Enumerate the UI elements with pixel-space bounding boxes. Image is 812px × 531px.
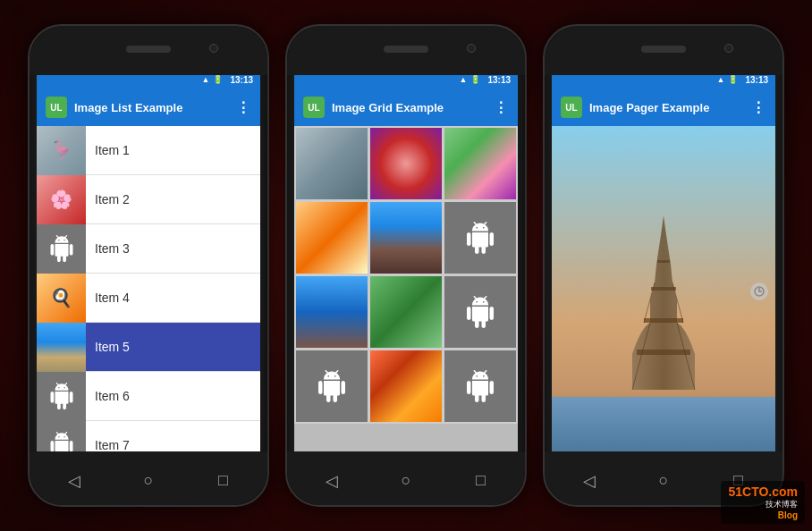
nav-home-btn[interactable]: ○ — [135, 468, 162, 494]
phone-list: ▲ 🔋 13:13 UL Image List Example ⋮ Item 1 — [28, 24, 269, 507]
nav-bar: ◁ ○ □ — [37, 456, 260, 505]
list-item[interactable]: Item 7 — [37, 421, 260, 456]
watermark-blog: Blog — [728, 510, 798, 520]
list-item[interactable]: 🍳 Item 4 — [37, 274, 260, 323]
grid-cell-frog[interactable] — [370, 276, 442, 348]
grid-cell-flowers[interactable] — [444, 128, 516, 199]
watermark: 51CTO.com 技术博客 Blog — [721, 481, 805, 524]
more-menu-icon[interactable]: ⋮ — [751, 99, 766, 116]
list-item[interactable]: Item 2 — [37, 175, 260, 224]
grid-cell-rose[interactable] — [370, 128, 442, 199]
thumbnail-2 — [37, 175, 86, 224]
phone-pager: ▲ 🔋 13:13 UL Image Pager Example ⋮ — [543, 24, 784, 507]
thumbnail-3 — [37, 224, 86, 274]
thumbnail-5 — [37, 323, 86, 372]
list-item[interactable]: Item 1 — [37, 126, 260, 175]
svg-rect-2 — [651, 287, 676, 291]
phone-list-screen: ▲ 🔋 13:13 UL Image List Example ⋮ Item 1 — [37, 71, 260, 456]
toolbar-title: Image List Example — [74, 101, 229, 114]
signal-icon: ▲ — [717, 75, 725, 84]
phone-grid-screen: ▲ 🔋 13:13 UL Image Grid Example ⋮ — [294, 71, 518, 456]
thumb-android — [37, 224, 86, 274]
grid-cell-toys[interactable] — [370, 350, 442, 422]
status-bar: ▲ 🔋 13:13 — [37, 71, 260, 88]
item-label: Item 7 — [95, 438, 130, 452]
svg-rect-3 — [657, 260, 670, 263]
thumb-flamingo — [37, 126, 86, 175]
app-icon: UL — [303, 97, 325, 118]
nav-back-btn[interactable]: ◁ — [318, 468, 345, 494]
grid-cell-android[interactable] — [444, 350, 516, 422]
nav-home-btn[interactable]: ○ — [650, 468, 677, 494]
nav-back-btn[interactable]: ◁ — [61, 468, 88, 494]
phone-camera — [724, 44, 733, 53]
app-icon: UL — [561, 97, 582, 118]
item-label: Item 1 — [95, 143, 130, 157]
toolbar-pager: UL Image Pager Example ⋮ — [552, 88, 775, 126]
toolbar-list: UL Image List Example ⋮ — [37, 88, 260, 126]
grid-cell-coast[interactable] — [296, 276, 368, 348]
grid-cell-android[interactable] — [444, 276, 516, 348]
battery-icon: 🔋 — [728, 75, 738, 84]
grid-cell-egg[interactable] — [296, 202, 368, 274]
watermark-tag: 技术博客 — [728, 499, 798, 510]
more-menu-icon[interactable]: ⋮ — [494, 99, 509, 116]
nav-bar: ◁ ○ □ — [294, 456, 518, 505]
grid-cell-android[interactable] — [296, 350, 368, 422]
thumb-rose — [37, 175, 86, 224]
pager-indicator — [750, 282, 768, 300]
toolbar-title: Image Pager Example — [589, 101, 744, 114]
nav-home-btn[interactable]: ○ — [393, 468, 419, 494]
nav-recent-btn[interactable]: □ — [209, 468, 236, 494]
signal-icon: ▲ — [202, 75, 210, 84]
grid-content — [294, 126, 518, 424]
list-content: Item 1 Item 2 — [37, 126, 260, 456]
phone-speaker — [384, 46, 428, 53]
pager-content[interactable] — [552, 126, 775, 456]
thumbnail-4: 🍳 — [37, 274, 86, 323]
grid-cell-android[interactable] — [444, 202, 516, 274]
item-label: Item 2 — [95, 192, 130, 206]
phone-grid: ▲ 🔋 13:13 UL Image Grid Example ⋮ — [285, 24, 527, 507]
battery-icon: 🔋 — [470, 75, 480, 84]
list-item-selected[interactable]: Item 5 — [37, 323, 260, 372]
app-icon: UL — [46, 97, 67, 118]
nav-recent-btn[interactable]: □ — [467, 468, 494, 494]
nav-back-btn[interactable]: ◁ — [576, 468, 603, 494]
status-bar: ▲ 🔋 13:13 — [552, 71, 775, 88]
svg-rect-0 — [637, 350, 690, 355]
thumb-food: 🍳 — [37, 274, 86, 323]
thumbnail-7 — [37, 421, 86, 457]
phones-container: ▲ 🔋 13:13 UL Image List Example ⋮ Item 1 — [19, 15, 793, 516]
more-menu-icon[interactable]: ⋮ — [236, 99, 251, 116]
item-label: Item 6 — [95, 389, 130, 403]
grid-cell-flamingo[interactable] — [296, 128, 368, 199]
river-section — [552, 397, 775, 456]
item-label: Item 5 — [95, 340, 130, 354]
time-display: 13:13 — [745, 75, 768, 85]
phone-camera — [209, 44, 218, 53]
svg-rect-1 — [644, 318, 683, 323]
list-item[interactable]: Item 3 — [37, 224, 260, 274]
time-display: 13:13 — [230, 75, 253, 85]
phone-speaker — [126, 46, 171, 53]
time-display: 13:13 — [487, 75, 511, 85]
item-label: Item 3 — [95, 241, 130, 256]
watermark-site: 51CTO.com — [728, 485, 798, 499]
toolbar-grid: UL Image Grid Example ⋮ — [294, 88, 518, 126]
thumb-android — [37, 421, 86, 457]
thumb-beach — [37, 323, 86, 372]
item-label: Item 4 — [95, 291, 130, 305]
thumb-android — [37, 372, 86, 421]
battery-icon: 🔋 — [213, 75, 223, 84]
thumbnail-1 — [37, 126, 86, 175]
thumbnail-6 — [37, 372, 86, 421]
list-item[interactable]: Item 6 — [37, 372, 260, 421]
phone-speaker — [641, 46, 686, 53]
phone-pager-screen: ▲ 🔋 13:13 UL Image Pager Example ⋮ — [552, 71, 775, 456]
status-bar: ▲ 🔋 13:13 — [294, 71, 518, 88]
toolbar-title: Image Grid Example — [332, 101, 486, 114]
grid-cell-mountain[interactable] — [370, 202, 442, 274]
signal-icon: ▲ — [460, 75, 468, 84]
phone-camera — [467, 44, 476, 53]
